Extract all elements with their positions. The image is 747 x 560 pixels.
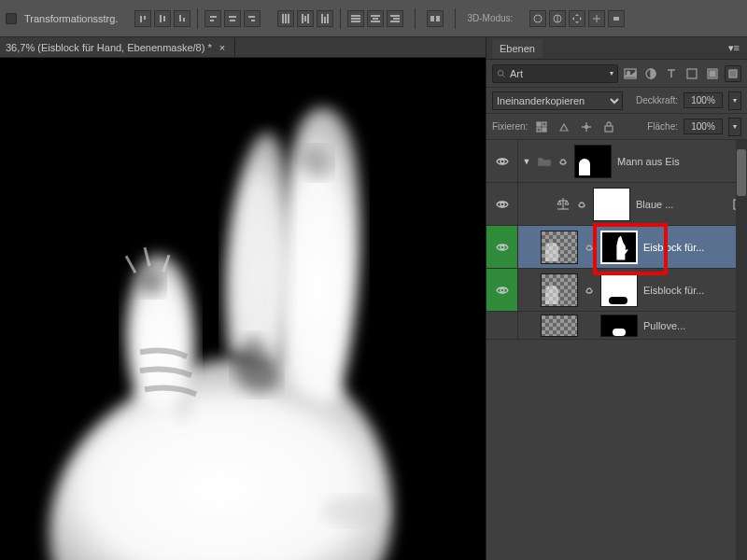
- align-top-icon[interactable]: [134, 10, 151, 27]
- svg-rect-33: [543, 122, 546, 126]
- close-tab-icon[interactable]: ×: [219, 42, 225, 53]
- tab-layers[interactable]: Ebenen: [492, 39, 543, 58]
- svg-rect-14: [371, 21, 380, 22]
- panel-menu-icon[interactable]: ▾≡: [721, 42, 747, 54]
- filter-smart-icon[interactable]: [704, 65, 721, 82]
- blend-mode-select[interactable]: Ineinanderkopieren: [492, 91, 623, 110]
- layer-name[interactable]: Eisblock für...: [643, 242, 747, 253]
- link-icon: [584, 243, 595, 252]
- eye-icon: [496, 200, 509, 209]
- layer-name[interactable]: Pullove...: [643, 320, 747, 331]
- mask-thumbnail[interactable]: [600, 315, 638, 337]
- svg-point-39: [500, 203, 504, 206]
- svg-rect-19: [436, 16, 440, 21]
- group-mask-thumbnail[interactable]: [574, 145, 612, 178]
- visibility-toggle[interactable]: [486, 183, 518, 225]
- layer-name[interactable]: Eisblock für...: [643, 285, 747, 296]
- scale-3d-icon[interactable]: [608, 10, 625, 27]
- layer-name[interactable]: Mann aus Eis: [617, 156, 747, 167]
- layer-filter-search[interactable]: ▾: [492, 64, 618, 83]
- roll-3d-icon[interactable]: [549, 10, 566, 27]
- layer-row[interactable]: Blaue ...: [486, 183, 747, 226]
- layers-scrollbar[interactable]: [736, 140, 747, 560]
- svg-rect-3: [302, 14, 303, 23]
- svg-rect-4: [304, 16, 306, 21]
- layer-row-group[interactable]: ▼ Mann aus Eis: [486, 140, 747, 183]
- filter-text-icon[interactable]: [663, 65, 680, 82]
- link-icon: [557, 157, 569, 166]
- document-tab[interactable]: 36,7% (Eisblock für Hand, Ebenenmaske/8)…: [0, 38, 235, 57]
- panels-area: Ebenen ▾≡ ▾ Ineinanderkopieren Deckkraft…: [486, 37, 747, 560]
- svg-rect-7: [327, 14, 329, 23]
- distribute-bottom-icon[interactable]: [317, 10, 333, 27]
- align-hcenter-icon[interactable]: [224, 10, 241, 27]
- svg-rect-31: [729, 70, 737, 77]
- svg-rect-10: [351, 18, 360, 20]
- layer-row-selected[interactable]: Eisblock für...: [486, 226, 747, 269]
- search-icon: [497, 68, 506, 79]
- distribute-hcenter-icon[interactable]: [367, 10, 384, 27]
- mode3d-group: [529, 10, 625, 27]
- align-right-icon[interactable]: [244, 10, 261, 27]
- visibility-toggle[interactable]: [486, 312, 518, 339]
- opacity-dropdown-icon[interactable]: ▾: [728, 91, 741, 110]
- visibility-toggle[interactable]: [486, 226, 518, 268]
- svg-rect-34: [537, 128, 541, 132]
- distribute-vcenter-icon[interactable]: [297, 10, 314, 27]
- filter-image-icon[interactable]: [622, 65, 639, 82]
- fill-value[interactable]: 100%: [684, 119, 723, 134]
- filter-adjustment-icon[interactable]: [642, 65, 659, 82]
- lock-image-icon[interactable]: [556, 119, 572, 135]
- hand-cursor-icon: [619, 244, 632, 257]
- svg-rect-30: [710, 71, 715, 77]
- svg-point-42: [500, 288, 504, 292]
- orbit-3d-icon[interactable]: [529, 10, 546, 27]
- svg-point-23: [322, 496, 388, 525]
- lock-transparent-icon[interactable]: [533, 119, 550, 135]
- auto-align-icon[interactable]: [427, 10, 444, 27]
- mask-thumbnail[interactable]: [600, 273, 638, 307]
- filter-toggle[interactable]: [725, 65, 741, 82]
- distribute-right-icon[interactable]: [387, 10, 403, 27]
- visibility-toggle[interactable]: [486, 269, 518, 311]
- svg-point-38: [500, 160, 504, 163]
- link-icon: [576, 200, 587, 209]
- layer-thumbnail[interactable]: [541, 273, 578, 307]
- disclosure-triangle-icon[interactable]: ▼: [522, 157, 531, 166]
- svg-point-36: [585, 125, 588, 128]
- align-group: [134, 8, 261, 29]
- layer-row[interactable]: Eisblock für...: [486, 269, 747, 312]
- lock-position-icon[interactable]: [578, 119, 595, 135]
- svg-rect-28: [687, 69, 697, 78]
- eye-icon: [496, 286, 509, 295]
- transform-controls-label: Transformationsstrg.: [24, 13, 118, 24]
- svg-rect-8: [324, 17, 326, 23]
- layer-filter-input[interactable]: [510, 68, 606, 79]
- layer-thumbnail[interactable]: [541, 315, 578, 337]
- fill-dropdown-icon[interactable]: ▾: [728, 118, 741, 136]
- opacity-label: Deckkraft:: [636, 95, 678, 105]
- mask-thumbnail[interactable]: [593, 188, 630, 221]
- visibility-toggle[interactable]: [486, 140, 518, 182]
- layer-row[interactable]: Pullove...: [486, 312, 747, 340]
- svg-rect-0: [282, 14, 284, 23]
- eye-icon: [496, 157, 509, 166]
- distribute-top-icon[interactable]: [277, 10, 294, 27]
- opacity-value[interactable]: 100%: [684, 92, 723, 108]
- align-vcenter-icon[interactable]: [154, 10, 171, 27]
- align-bottom-icon[interactable]: [174, 10, 190, 27]
- eye-icon: [496, 243, 509, 252]
- lock-all-icon[interactable]: [600, 119, 617, 135]
- layers-panel-tabs: Ebenen ▾≡: [486, 37, 747, 60]
- filter-shape-icon[interactable]: [684, 65, 700, 82]
- pan-3d-icon[interactable]: [569, 10, 585, 27]
- distribute-left-icon[interactable]: [347, 10, 364, 27]
- canvas[interactable]: [0, 58, 486, 560]
- svg-rect-2: [288, 14, 289, 23]
- mask-thumbnail-active[interactable]: [600, 231, 638, 264]
- transform-controls-checkbox[interactable]: [6, 13, 17, 24]
- layer-name[interactable]: Blaue ...: [636, 199, 725, 210]
- layer-thumbnail[interactable]: [541, 231, 578, 264]
- slide-3d-icon[interactable]: [588, 10, 605, 27]
- align-left-icon[interactable]: [204, 10, 221, 27]
